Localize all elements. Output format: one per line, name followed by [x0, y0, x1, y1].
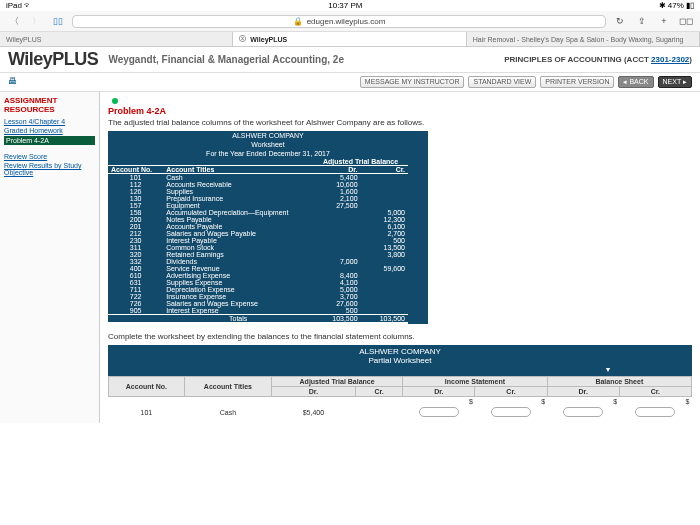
brand-header: WileyPLUS Weygandt, Financial & Manageri… — [0, 47, 700, 72]
ios-status-bar: iPad ᯤ 10:37 PM ✱ 47% ▮▯ — [0, 0, 700, 11]
reload-button[interactable]: ↻ — [612, 13, 628, 29]
table-row: 610Advertising Expense8,400 — [108, 272, 408, 279]
table-row: 157Equipment27,500 — [108, 202, 408, 209]
wifi-icon: ᯤ — [24, 1, 32, 10]
brand-logo: WileyPLUS — [8, 49, 98, 70]
table-row: 126Supplies1,600 — [108, 188, 408, 195]
table-row: 200Notes Payable12,300 — [108, 216, 408, 223]
table-row: 158Accumulated Depreciation—Equipment5,0… — [108, 209, 408, 216]
tab-2[interactable]: ⓧWileyPLUS — [233, 32, 466, 46]
is-cr-input[interactable] — [491, 407, 531, 417]
totals-label: Totals — [163, 315, 313, 324]
table-row: 101 Cash $5,400 — [109, 406, 692, 419]
browser-toolbar: 〈 〉 ▯▯ 🔒 edugen.wileyplus.com ↻ ⇪ + ◻◻ — [0, 11, 700, 32]
table-row: 400Service Revenue59,600 — [108, 265, 408, 272]
company-header: ALSHWER COMPANY — [108, 131, 428, 140]
col-cr: Cr. — [361, 166, 408, 174]
course-link[interactable]: 2301-2302 — [651, 55, 689, 64]
partial-worksheet-table: Account No. Account Titles Adjusted Tria… — [108, 376, 692, 419]
battery-pct: 47% — [668, 1, 684, 10]
table-row: 905Interest Expense500 — [108, 307, 408, 315]
table-row: 631Supplies Expense4,100 — [108, 279, 408, 286]
table-row: 230Interest Payable500 — [108, 237, 408, 244]
problem-description: The adjusted trial balance columns of th… — [108, 118, 692, 127]
table-row: 201Accounts Payable6,100 — [108, 223, 408, 230]
partial-worksheet-header: ALSHWER COMPANY Partial Worksheet ▾ — [108, 345, 692, 376]
assignment-toolbar: 🖶 MESSAGE MY INSTRUCTOR STANDARD VIEW PR… — [0, 72, 700, 92]
share-button[interactable]: ⇪ — [634, 13, 650, 29]
col-account-no: Account No. — [108, 166, 163, 174]
bs-dr-input[interactable] — [563, 407, 603, 417]
clock: 10:37 PM — [328, 1, 362, 10]
close-icon[interactable]: ⓧ — [239, 34, 246, 44]
totals-cr: 103,500 — [361, 315, 408, 324]
status-dot-icon — [112, 98, 118, 104]
next-nav-button[interactable]: NEXT ▸ — [658, 76, 693, 88]
table-row: 320Retained Earnings3,800 — [108, 251, 408, 258]
table-row: 311Common Stock13,500 — [108, 244, 408, 251]
sidebar-review-score[interactable]: Review Score — [4, 153, 95, 160]
dropdown-icon[interactable]: ▾ — [110, 365, 690, 374]
lock-icon: 🔒 — [293, 17, 303, 26]
standard-view-button[interactable]: STANDARD VIEW — [468, 76, 536, 88]
device-label: iPad — [6, 1, 22, 10]
sidebar: ASSIGNMENT RESOURCES Lesson 4/Chapter 4 … — [0, 92, 100, 423]
trial-balance-table: Adjusted Trial Balance Account No. Accou… — [108, 158, 408, 324]
tabs-button[interactable]: ◻◻ — [678, 13, 694, 29]
tab-1[interactable]: WileyPLUS — [0, 32, 233, 46]
totals-dr: 103,500 — [313, 315, 360, 324]
content-area: Problem 4-2A The adjusted trial balance … — [100, 92, 700, 423]
message-instructor-button[interactable]: MESSAGE MY INSTRUCTOR — [360, 76, 465, 88]
worksheet-header: Worksheet — [108, 140, 428, 149]
table-row: 130Prepaid Insurance2,100 — [108, 195, 408, 202]
address-bar[interactable]: 🔒 edugen.wileyplus.com — [72, 15, 606, 28]
course-title: PRINCIPLES OF ACCOUNTING (ACCT 2301-2302… — [504, 55, 692, 64]
bluetooth-icon: ✱ — [659, 1, 666, 10]
problem-title: Problem 4-2A — [108, 106, 692, 116]
table-row: $ $ $ $ — [109, 397, 692, 407]
new-tab-button[interactable]: + — [656, 13, 672, 29]
back-nav-button[interactable]: ◂ BACK — [618, 76, 653, 88]
sidebar-review-results[interactable]: Review Results by Study Objective — [4, 162, 95, 176]
is-dr-input[interactable] — [419, 407, 459, 417]
sidebar-homework-link[interactable]: Graded Homework — [4, 127, 95, 134]
instruction-text: Complete the worksheet by extending the … — [108, 332, 692, 341]
table-row: 112Accounts Receivable10,600 — [108, 181, 408, 188]
print-icon[interactable]: 🖶 — [8, 76, 17, 88]
sidebar-lesson-link[interactable]: Lesson 4/Chapter 4 — [4, 118, 95, 125]
url-text: edugen.wileyplus.com — [307, 17, 386, 26]
battery-icon: ▮▯ — [686, 1, 694, 10]
sidebar-heading: ASSIGNMENT RESOURCES — [4, 96, 95, 114]
book-title: Weygandt, Financial & Managerial Account… — [108, 54, 344, 65]
col-titles: Account Titles — [163, 166, 313, 174]
sidebar-problem-selected[interactable]: Problem 4-2A — [4, 136, 95, 145]
table-row: 722Insurance Expense3,700 — [108, 293, 408, 300]
table-row: 101Cash5,400 — [108, 174, 408, 182]
back-button[interactable]: 〈 — [6, 13, 22, 29]
bs-cr-input[interactable] — [635, 407, 675, 417]
period-header: For the Year Ended December 31, 2017 — [108, 149, 428, 158]
col-dr: Dr. — [313, 166, 360, 174]
table-row: 332Dividends7,000 — [108, 258, 408, 265]
forward-button[interactable]: 〉 — [28, 13, 44, 29]
trial-balance-box: ALSHWER COMPANY Worksheet For the Year E… — [108, 131, 428, 324]
printer-version-button[interactable]: PRINTER VERSION — [540, 76, 614, 88]
tab-3[interactable]: Hair Removal - Shelley's Day Spa & Salon… — [467, 32, 700, 46]
table-row: 726Salaries and Wages Expense27,600 — [108, 300, 408, 307]
browser-tabs: WileyPLUS ⓧWileyPLUS Hair Removal - Shel… — [0, 32, 700, 47]
bookmarks-button[interactable]: ▯▯ — [50, 13, 66, 29]
table-row: 212Salaries and Wages Payable2,700 — [108, 230, 408, 237]
table-row: 711Depreciation Expense5,000 — [108, 286, 408, 293]
